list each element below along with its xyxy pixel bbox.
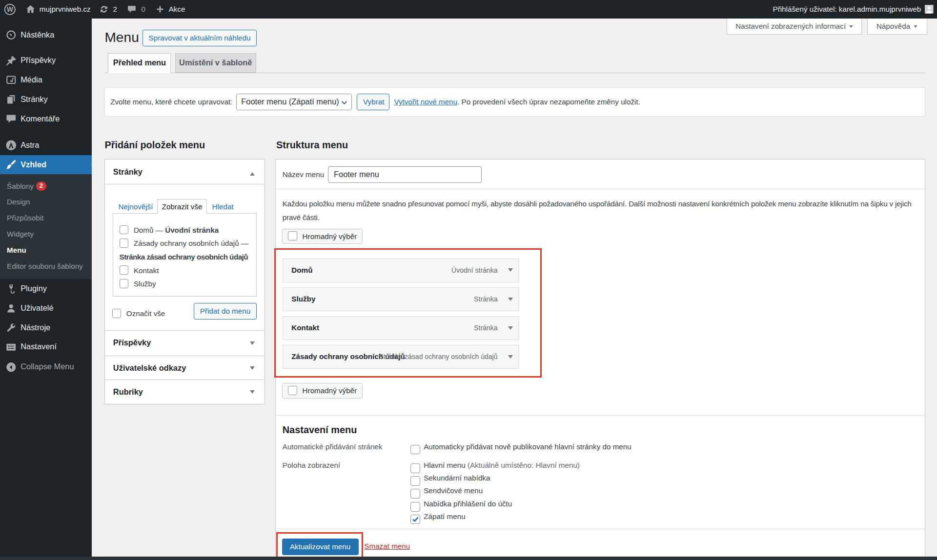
svg-text:W: W — [7, 5, 14, 13]
